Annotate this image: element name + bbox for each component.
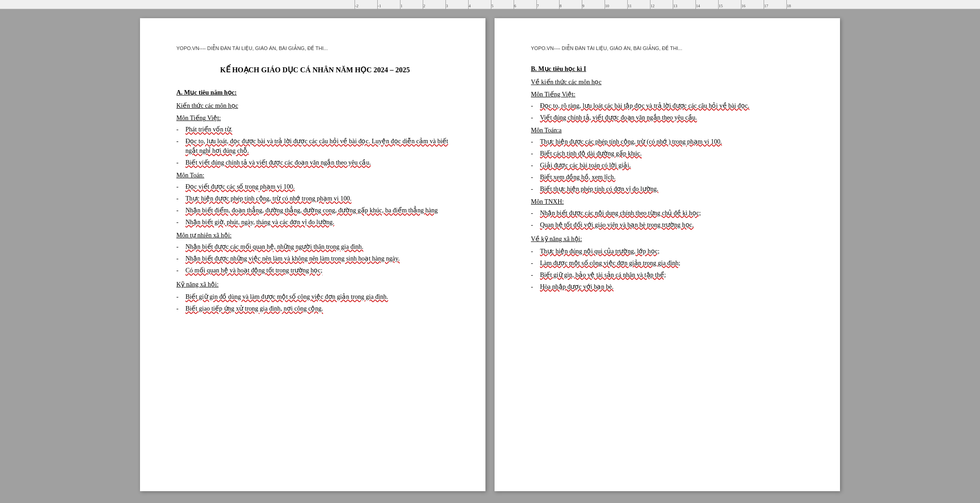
list-dash: - xyxy=(176,292,185,302)
section-b-heading: B. Mục tiêu học kì I xyxy=(531,65,808,73)
mon-tnxh-heading-2: Môn TNXH: xyxy=(531,198,808,206)
section-a: A. Mục tiêu năm học: Kiến thức các môn h… xyxy=(176,89,454,313)
list-item: - Đọc to, lưu loát, đọc được bài và trả … xyxy=(176,136,454,156)
list-dash: - xyxy=(176,194,185,203)
list-text: Viết đúng chính tả, viết được đoạn văn n… xyxy=(540,113,808,122)
ruler-mark: 10 xyxy=(605,0,627,9)
list-text: Biết giao tiếp ứng xử trong gia đình, nơ… xyxy=(185,304,454,313)
ruler-marks: -2 -1 1 2 3 4 5 6 7 8 9 10 11 12 13 14 1… xyxy=(355,0,809,9)
list-item: - Biết xem đồng hồ, xem lịch. xyxy=(531,172,808,182)
list-text: Nhận biết giờ, phút, ngày, tháng và các … xyxy=(185,217,454,227)
list-dash: - xyxy=(531,137,540,146)
list-text: Thực hiện được phép tính cộng, trừ có nh… xyxy=(185,194,454,203)
list-dash: - xyxy=(176,158,185,167)
list-dash: - xyxy=(531,184,540,194)
ruler-mark: 6 xyxy=(514,0,536,9)
list-item: - Nhận biết được các mối quan hệ, những … xyxy=(176,242,454,252)
ve-kien-thuc-heading: Về kiến thức các môn học xyxy=(531,78,808,86)
list-text: Làm được một số công việc đơn giản trong… xyxy=(540,258,808,268)
page-2: YOPO.VN---- DIỄN ĐÀN TÀI LIỆU, GIÁO ÁN, … xyxy=(495,18,840,491)
list-item: - Hòa nhập được với bạn bè. xyxy=(531,282,808,292)
list-text: Biết viết đúng chính tả và viết được các… xyxy=(185,158,454,167)
list-item: - Làm được một số công việc đơn giản tro… xyxy=(531,258,808,268)
ruler-mark: 12 xyxy=(650,0,673,9)
list-item: - Quan hệ tốt đối với giáo viên và bạn b… xyxy=(531,220,808,230)
list-dash: - xyxy=(176,206,185,215)
list-dash: - xyxy=(531,258,540,268)
list-dash: - xyxy=(531,101,540,111)
list-text: Hòa nhập được với bạn bè. xyxy=(540,282,808,292)
page-1: YOPO.VN---- DIỄN ĐÀN TÀI LIỆU, GIÁO ÁN, … xyxy=(140,18,485,491)
list-item: - Thực hiện đúng nội qui của trường, lớp… xyxy=(531,246,808,256)
list-item: - Nhận biết giờ, phút, ngày, tháng và cá… xyxy=(176,217,454,227)
pages-container: YOPO.VN---- DIỄN ĐÀN TÀI LIỆU, GIÁO ÁN, … xyxy=(0,9,980,500)
page-1-header: YOPO.VN---- DIỄN ĐÀN TÀI LIỆU, GIÁO ÁN, … xyxy=(176,45,454,51)
ruler: -2 -1 1 2 3 4 5 6 7 8 9 10 11 12 13 14 1… xyxy=(0,0,980,9)
page-2-header: YOPO.VN---- DIỄN ĐÀN TÀI LIỆU, GIÁO ÁN, … xyxy=(531,45,808,51)
list-text: Đọc viết được các số trong phạm vi 100. xyxy=(185,182,454,191)
list-dash: - xyxy=(176,242,185,252)
ruler-mark: 7 xyxy=(536,0,559,9)
list-dash: - xyxy=(531,113,540,122)
list-dash: - xyxy=(531,282,540,292)
ruler-mark: 17 xyxy=(764,0,786,9)
list-text: Đọc to, rõ ràng, lưu loát các bài tập đọ… xyxy=(540,101,808,111)
mon-tieng-viet-heading-1: Môn Tiếng Việt: xyxy=(176,114,454,122)
list-dash: - xyxy=(531,220,540,230)
list-dash: - xyxy=(531,208,540,218)
list-item: - Nhận biết được các nội dung chính theo… xyxy=(531,208,808,218)
list-item: - Biết giữ gìn, bảo vệ tài sản cá nhân v… xyxy=(531,270,808,280)
list-dash: - xyxy=(531,270,540,280)
list-text: Nhận biết điểm, đoạn thẳng, đường thẳng,… xyxy=(185,206,454,215)
list-item: - Biết cách tính độ dài đường gấp khúc. xyxy=(531,149,808,158)
list-item: - Nhận biết điểm, đoạn thẳng, đường thẳn… xyxy=(176,206,454,215)
list-text: Quan hệ tốt đối với giáo viên và bạn bè … xyxy=(540,220,808,230)
ruler-mark: 4 xyxy=(468,0,491,9)
list-text: Giải được các bài toán có lời giải. xyxy=(540,161,808,170)
ruler-mark: 2 xyxy=(423,0,445,9)
list-dash: - xyxy=(531,149,540,158)
list-text: Nhận biết được những việc nên làm và khô… xyxy=(185,254,454,263)
list-text: Thực hiện được các phép tính cộng, trừ (… xyxy=(540,137,808,146)
ruler-mark: -2 xyxy=(355,0,377,9)
list-dash: - xyxy=(531,161,540,170)
list-item: - Nhận biết được những việc nên làm và k… xyxy=(176,254,454,263)
section-b: B. Mục tiêu học kì I Về kiến thức các mô… xyxy=(531,65,808,292)
list-text: Biết giữ gìn đồ dùng và làm được một số … xyxy=(185,292,454,302)
ruler-mark: 14 xyxy=(695,0,718,9)
list-dash: - xyxy=(176,136,185,156)
list-item: - Có mối quan hệ và hoạt động tốt trong … xyxy=(176,266,454,275)
ruler-mark: -1 xyxy=(377,0,400,9)
ruler-mark: 18 xyxy=(786,0,809,9)
list-item: - Biết thực hiện phép tính có đơn vị đo … xyxy=(531,184,808,194)
list-dash: - xyxy=(531,172,540,182)
mon-tieng-viet-heading-2: Môn Tiếng Việt: xyxy=(531,91,808,98)
list-item: - Thực hiện được các phép tính cộng, trừ… xyxy=(531,137,808,146)
list-text: Thực hiện đúng nội qui của trường, lớp h… xyxy=(540,246,808,256)
ruler-mark: 13 xyxy=(673,0,695,9)
list-dash: - xyxy=(176,217,185,227)
list-item: - Đọc to, rõ ràng, lưu loát các bài tập … xyxy=(531,101,808,111)
list-text: Phát triển vốn từ. xyxy=(185,125,454,134)
list-dash: - xyxy=(176,182,185,191)
list-item: - Biết giữ gìn đồ dùng và làm được một s… xyxy=(176,292,454,302)
list-item: - Giải được các bài toán có lời giải. xyxy=(531,161,808,170)
ve-ky-nang-xa-hoi-heading: Về kỹ năng xã hội: xyxy=(531,235,808,243)
list-text: Biết thực hiện phép tính có đơn vị đo lư… xyxy=(540,184,808,194)
list-item: - Biết giao tiếp ứng xử trong gia đình, … xyxy=(176,304,454,313)
ruler-mark: 16 xyxy=(741,0,764,9)
list-item: - Biết viết đúng chính tả và viết được c… xyxy=(176,158,454,167)
ruler-mark: 9 xyxy=(582,0,605,9)
mon-tnxh-heading-1: Môn tự nhiên xã hội: xyxy=(176,231,454,239)
list-item: - Phát triển vốn từ. xyxy=(176,125,454,134)
ruler-mark: 11 xyxy=(627,0,650,9)
list-dash: - xyxy=(176,254,185,263)
list-text: Biết cách tính độ dài đường gấp khúc. xyxy=(540,149,808,158)
ruler-mark: 15 xyxy=(718,0,741,9)
list-dash: - xyxy=(176,304,185,313)
ruler-mark: 5 xyxy=(491,0,514,9)
ky-nang-xa-hoi-heading-1: Kỹ năng xã hội: xyxy=(176,281,454,288)
list-text: Đọc to, lưu loát, đọc được bài và trả lờ… xyxy=(185,136,454,156)
page-1-title: KẾ HOẠCH GIÁO DỤC CÁ NHÂN NĂM HỌC 2024 –… xyxy=(176,65,454,75)
list-text: Biết xem đồng hồ, xem lịch. xyxy=(540,172,808,182)
